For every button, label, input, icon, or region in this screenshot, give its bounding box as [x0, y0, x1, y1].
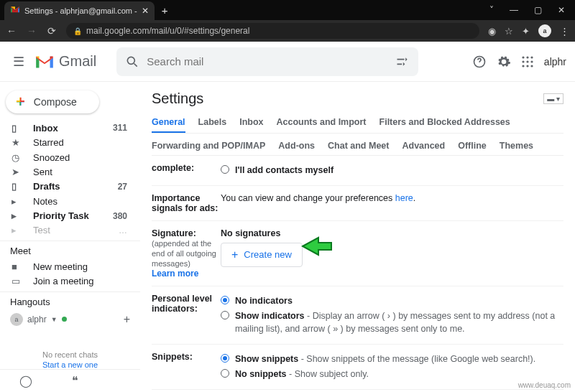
plus-icon: +	[16, 93, 25, 111]
learn-more-link[interactable]: Learn more	[152, 269, 198, 279]
back-icon[interactable]: ←	[6, 25, 17, 37]
nav-label: Starred	[33, 137, 64, 148]
settings-gear-icon[interactable]	[497, 55, 511, 69]
radio-no-snippets[interactable]	[221, 369, 229, 378]
meet-section-label: Meet	[0, 241, 140, 259]
gmail-favicon-icon	[10, 6, 20, 16]
maximize-icon[interactable]: ▢	[534, 5, 542, 15]
reload-icon[interactable]: ⟳	[46, 25, 58, 37]
tab-title: Settings - alphrjan@gmail.com -	[24, 6, 137, 15]
new-tab-button[interactable]: +	[162, 4, 168, 17]
no-recent-chats: No recent chats	[0, 350, 140, 359]
label-icon: ▸	[12, 210, 23, 221]
watermark: www.deuaq.com	[518, 381, 571, 389]
nav-priority-task[interactable]: ▸Priority Task380	[0, 208, 134, 223]
meet-join[interactable]: ▭Join a meeting	[0, 274, 134, 289]
search-options-icon[interactable]	[395, 55, 410, 69]
setting-label: Snippets:	[152, 352, 221, 382]
tab-offline[interactable]: Offline	[458, 136, 487, 155]
nav-notes[interactable]: ▸Notes	[0, 194, 134, 208]
hangouts-add-icon[interactable]: +	[124, 313, 130, 326]
gmail-header: ☰ Gmail	[0, 42, 575, 82]
hangouts-avatar: a	[10, 313, 23, 326]
setting-label: complete:	[152, 163, 221, 178]
svg-line-1	[134, 63, 137, 66]
profile-avatar[interactable]: a	[538, 24, 551, 37]
account-label[interactable]: alphr	[544, 56, 566, 67]
tab-inbox[interactable]: Inbox	[239, 113, 263, 133]
contacts-icon[interactable]: ◯	[19, 374, 32, 388]
nav-label: Test	[33, 225, 50, 235]
star-icon[interactable]: ☆	[505, 26, 513, 37]
apps-grid-icon[interactable]	[521, 55, 534, 68]
caret-down-icon[interactable]: ˅	[489, 5, 494, 15]
extensions-icon[interactable]: ✦	[522, 26, 530, 37]
tab-labels[interactable]: Labels	[198, 113, 227, 133]
tab-accounts[interactable]: Accounts and Import	[277, 113, 367, 133]
tab-filters[interactable]: Filters and Blocked Addresses	[380, 113, 510, 133]
phone-icon[interactable]	[117, 374, 120, 388]
search-bar[interactable]	[116, 47, 418, 76]
hangouts-username: alphr	[27, 314, 47, 325]
svg-point-3	[522, 56, 524, 58]
gmail-logo-text: Gmail	[59, 53, 96, 70]
nav-truncated[interactable]: ▸Test…	[0, 223, 134, 238]
setting-snippets: Snippets: Show snippets - Show snippets …	[152, 345, 564, 390]
search-icon[interactable]	[125, 55, 139, 69]
clock-icon: ◷	[12, 152, 23, 163]
create-new-signature-button[interactable]: + Create new	[221, 243, 303, 267]
svg-point-8	[530, 60, 533, 62]
forward-icon[interactable]: →	[26, 25, 37, 37]
setting-importance: Importance signals for ads: You can view…	[152, 186, 564, 221]
tab-chat[interactable]: Chat and Meet	[328, 136, 389, 155]
nav-drafts[interactable]: ▯Drafts27	[0, 179, 134, 194]
keyboard-icon: ▭	[12, 276, 23, 286]
tab-addons[interactable]: Add-ons	[278, 136, 315, 155]
svg-point-0	[128, 57, 135, 64]
hangouts-icon[interactable]: ❝	[72, 374, 78, 388]
input-tools-dropdown[interactable]: ▬ ▾	[543, 93, 564, 104]
preferences-link[interactable]: here	[395, 193, 413, 203]
caret-down-icon[interactable]: ▼	[51, 316, 58, 323]
nav-starred[interactable]: ★Starred	[0, 135, 134, 149]
option-text: I'll add contacts myself	[235, 164, 334, 177]
nav-count: 380	[113, 211, 127, 221]
radio-show-snippets[interactable]	[221, 354, 229, 363]
tab-themes[interactable]: Themes	[500, 136, 533, 155]
search-input[interactable]	[147, 55, 388, 67]
main-menu-icon[interactable]: ☰	[9, 51, 29, 73]
radio-show-indicators[interactable]	[221, 311, 229, 319]
nav-label: Notes	[33, 196, 58, 207]
option-text: Show indicators - Display an arrow ( › )…	[235, 309, 564, 337]
nav-sent[interactable]: ➤Sent	[0, 164, 134, 179]
option-text: No snippets - Show subject only.	[235, 368, 369, 381]
browser-tab[interactable]: Settings - alphrjan@gmail.com - ✕	[4, 1, 155, 20]
close-window-icon[interactable]: ✕	[558, 5, 565, 15]
radio-add-contacts[interactable]	[221, 165, 229, 174]
button-label: Create new	[244, 249, 291, 260]
hangouts-user-row[interactable]: a alphr ▼ +	[0, 310, 140, 329]
meet-new[interactable]: ■New meeting	[0, 259, 134, 274]
radio-no-indicators[interactable]	[221, 296, 229, 304]
setting-label: Personal level indicators:	[152, 294, 221, 337]
text: You can view and change your preferences	[221, 193, 395, 203]
eye-icon[interactable]: ◉	[488, 26, 496, 37]
nav-snoozed[interactable]: ◷Snoozed	[0, 150, 134, 164]
setting-personal-indicators: Personal level indicators: No indicators…	[152, 286, 564, 345]
svg-point-4	[526, 56, 528, 58]
nav-label: Inbox	[33, 123, 58, 134]
video-icon: ■	[12, 261, 23, 272]
tab-advanced[interactable]: Advanced	[402, 136, 445, 155]
tab-close-icon[interactable]: ✕	[142, 6, 149, 16]
start-new-chat-link[interactable]: Start a new one	[0, 360, 140, 369]
address-bar[interactable]: 🔒 mail.google.com/mail/u/0/#settings/gen…	[66, 23, 479, 39]
browser-titlebar: Settings - alphrjan@gmail.com - ✕ + ˅ — …	[0, 0, 575, 20]
gmail-logo[interactable]: Gmail	[34, 53, 111, 70]
browser-menu-icon[interactable]: ⋮	[560, 26, 569, 37]
compose-button[interactable]: + Compose	[6, 90, 99, 113]
tab-forwarding[interactable]: Forwarding and POP/IMAP	[152, 136, 265, 155]
tab-general[interactable]: General	[152, 113, 185, 133]
minimize-icon[interactable]: —	[510, 5, 518, 15]
nav-inbox[interactable]: ▯Inbox311	[0, 121, 134, 135]
support-icon[interactable]	[472, 55, 487, 69]
